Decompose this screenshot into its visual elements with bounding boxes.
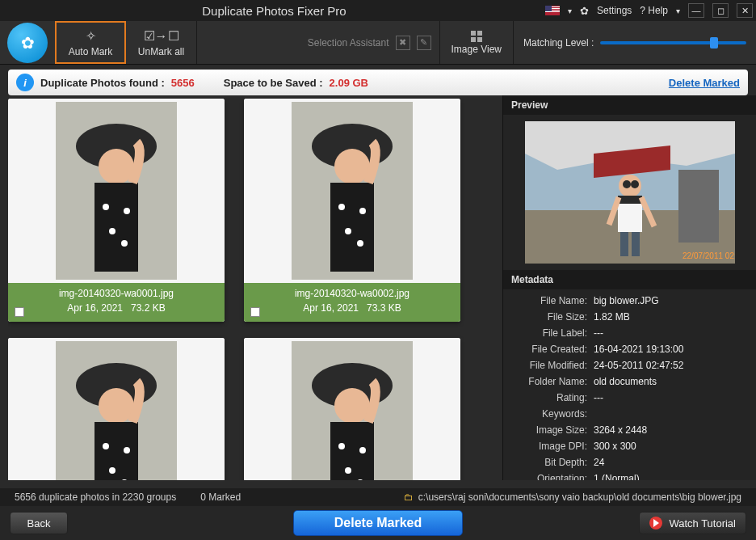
status-marked: 0 Marked <box>200 491 241 503</box>
settings-gear-icon[interactable]: ✿ <box>580 5 589 17</box>
svg-point-5 <box>124 208 130 214</box>
svg-point-20 <box>103 443 109 449</box>
metadata-list[interactable]: File Name:big blower.JPGFile Size:1.82 M… <box>503 289 756 480</box>
metadata-value: old documents <box>594 376 745 387</box>
metadata-value: 1.82 MB <box>594 311 745 323</box>
selection-assistant[interactable]: Selection Assistant ✖ ✎ <box>300 21 440 64</box>
unmark-all-button[interactable]: ☑→☐ UnMark all <box>126 21 197 64</box>
metadata-key: Keywords: <box>503 408 594 420</box>
maximize-button[interactable]: ◻ <box>712 3 729 18</box>
auto-mark-button[interactable]: ✧ Auto Mark <box>55 21 126 64</box>
settings-link[interactable]: Settings <box>597 5 632 16</box>
matching-level-slider[interactable] <box>600 41 746 44</box>
help-link[interactable]: ? Help <box>640 5 668 16</box>
svg-point-43 <box>631 180 639 188</box>
svg-point-4 <box>103 204 109 210</box>
svg-rect-41 <box>632 232 640 256</box>
back-button[interactable]: Back <box>10 512 68 534</box>
side-panel: Preview 22/07/2011 02:41 Metadata File N… <box>502 95 756 480</box>
svg-point-21 <box>124 447 130 454</box>
svg-rect-39 <box>618 196 642 204</box>
slider-thumb[interactable] <box>710 37 718 49</box>
metadata-key: File Label: <box>503 327 594 339</box>
info-bar: i Duplicate Photos found : 5656 Space to… <box>8 70 748 95</box>
thumbnail <box>244 338 460 480</box>
photo-filename: img-20140320-wa0001.jpg <box>8 286 225 301</box>
metadata-row: Bit Depth:24 <box>503 454 745 470</box>
image-view-button[interactable]: Image View <box>440 21 514 64</box>
metadata-row: File Created:16-04-2021 19:13:00 <box>503 341 745 357</box>
svg-rect-3 <box>94 183 138 272</box>
image-view-label: Image View <box>452 44 502 55</box>
chevron-down-icon[interactable]: ▾ <box>568 6 572 15</box>
auto-mark-label: Auto Mark <box>69 46 113 57</box>
photo-checkbox[interactable] <box>15 307 24 317</box>
dup-label: Duplicate Photos found : <box>40 77 165 89</box>
metadata-panel: File Name:big blower.JPGFile Size:1.82 M… <box>503 289 756 480</box>
svg-point-14 <box>345 228 351 234</box>
svg-point-15 <box>357 240 363 247</box>
svg-point-13 <box>359 208 366 214</box>
help-chevron-icon[interactable]: ▾ <box>676 6 680 15</box>
svg-point-12 <box>338 204 345 210</box>
preview-image: 22/07/2011 02:41 <box>525 121 735 264</box>
svg-point-30 <box>345 467 351 474</box>
metadata-key: File Modified: <box>503 360 594 371</box>
minimize-button[interactable]: — <box>688 3 704 18</box>
metadata-value: 1 (Normal) <box>594 473 745 480</box>
svg-rect-27 <box>330 422 374 480</box>
metadata-row: File Name:big blower.JPG <box>503 293 745 309</box>
svg-text:22/07/2011 02:41: 22/07/2011 02:41 <box>682 251 735 260</box>
metadata-row: File Size:1.82 MB <box>503 309 745 325</box>
delete-marked-button[interactable]: Delete Marked <box>293 510 463 536</box>
photo-checkbox[interactable] <box>250 307 260 317</box>
watch-tutorial-button[interactable]: Watch Tutorial <box>639 512 746 534</box>
metadata-value: --- <box>594 392 745 403</box>
space-value: 2.09 GB <box>330 77 368 89</box>
svg-point-6 <box>109 228 116 234</box>
selection-assistant-label: Selection Assistant <box>308 37 389 49</box>
metadata-key: File Name: <box>503 295 594 306</box>
metadata-value: 16-04-2021 19:13:00 <box>594 344 745 355</box>
photo-filename: img-20140320-wa0002.jpg <box>244 286 460 301</box>
results-panel: img-20140320-wa0001.jpg Apr 16, 2021 73.… <box>0 95 502 480</box>
thumbnail <box>8 338 225 480</box>
photo-card[interactable]: img-20140320-wa0001.jpg Apr 16, 2021 73.… <box>8 99 225 322</box>
unmark-all-label: UnMark all <box>138 46 184 57</box>
toolbar: ✧ Auto Mark ☑→☐ UnMark all Selection Ass… <box>0 21 756 65</box>
metadata-key: Bit Depth: <box>503 457 594 468</box>
folder-icon: 🗀 <box>404 491 414 503</box>
delete-marked-link[interactable]: Delete Marked <box>669 77 740 89</box>
status-path: c:\users\raj soni\documents\sony vaio ba… <box>418 491 741 503</box>
flag-icon[interactable] <box>545 6 560 15</box>
close-button[interactable]: ✕ <box>737 3 753 18</box>
preview-area: 22/07/2011 02:41 <box>503 115 756 270</box>
photo-card[interactable] <box>8 338 225 480</box>
metadata-row: Orientation:1 (Normal) <box>503 470 745 480</box>
photo-card[interactable]: img-20140320-wa0002.jpg Apr 16, 2021 73.… <box>244 99 460 322</box>
svg-rect-36 <box>678 170 719 243</box>
matching-level: Matching Level : <box>514 21 756 64</box>
sa-icon-1: ✖ <box>396 36 410 50</box>
metadata-row: Rating:--- <box>503 390 745 406</box>
metadata-value: --- <box>594 327 745 339</box>
photo-meta-bar: img-20140320-wa0001.jpg Apr 16, 2021 73.… <box>8 283 225 322</box>
bottom-bar: Back Delete Marked Watch Tutorial <box>0 506 756 540</box>
metadata-value: 24-05-2011 02:47:52 <box>594 360 745 371</box>
metadata-header: Metadata <box>503 270 756 289</box>
svg-rect-19 <box>94 422 138 480</box>
metadata-key: File Created: <box>503 344 594 355</box>
metadata-row: Image DPI:300 x 300 <box>503 438 745 454</box>
matching-level-label: Matching Level : <box>523 37 594 49</box>
grid-icon <box>471 31 482 42</box>
metadata-row: File Label:--- <box>503 325 745 341</box>
unmark-icon: ☑→☐ <box>144 28 179 44</box>
results-scroll[interactable]: img-20140320-wa0001.jpg Apr 16, 2021 73.… <box>8 99 502 480</box>
photo-card[interactable] <box>244 338 460 480</box>
metadata-value: 3264 x 2448 <box>594 424 745 436</box>
metadata-value: big blower.JPG <box>594 295 745 306</box>
metadata-key: Folder Name: <box>503 376 594 387</box>
sa-icon-2: ✎ <box>417 36 431 50</box>
metadata-key: Rating: <box>503 392 594 403</box>
thumbnail <box>8 99 225 283</box>
